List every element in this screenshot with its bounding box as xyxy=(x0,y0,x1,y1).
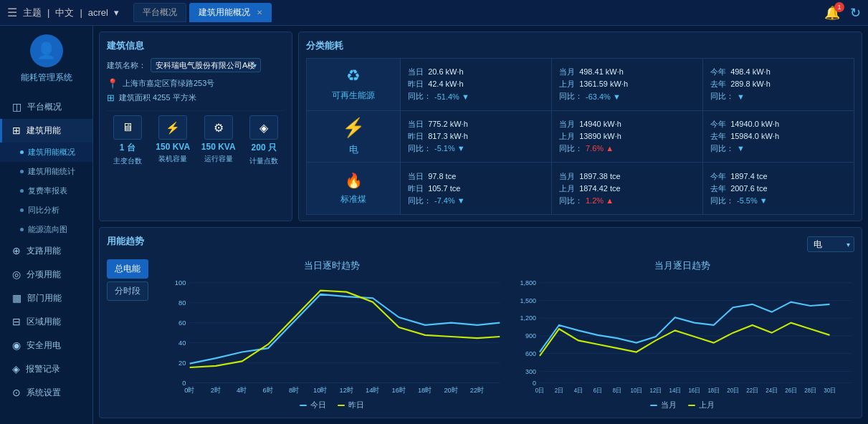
building-info-panel: 建筑信息 建筑名称： 安科瑞电气股份有限公司A楼 📍 上海市嘉定区育绿路253号 xyxy=(99,32,292,221)
btn-period[interactable]: 分时段 xyxy=(107,281,148,301)
sub-icon: ◎ xyxy=(12,269,21,280)
transformer-icon: 🖥 xyxy=(113,115,142,140)
tab-platform[interactable]: 平台概况 xyxy=(133,3,186,22)
run-cap-value: 150 KVA xyxy=(201,142,236,152)
c-year-label: 今年 1897.4 tce xyxy=(710,171,846,182)
tab-building-energy[interactable]: 建筑用能概况 ✕ xyxy=(189,3,272,22)
trend-buttons: 总电能 分时段 xyxy=(107,259,148,410)
refresh-icon[interactable]: ↻ xyxy=(850,5,861,21)
lang-label[interactable]: 中文 xyxy=(55,6,74,19)
alarm-icon: ◈ xyxy=(12,363,20,375)
content-area: 建筑信息 建筑名称： 安科瑞电气股份有限公司A楼 📍 上海市嘉定区育绿路253号 xyxy=(93,26,868,424)
building-icon: ⊞ xyxy=(12,125,21,136)
trend-type-select[interactable]: 电 水 气 标准煤 xyxy=(807,236,854,252)
legend-dot-yest xyxy=(338,405,345,406)
trend-content: 总电能 分时段 当日逐时趋势 xyxy=(107,259,854,410)
legend-today: 今日 xyxy=(300,400,326,410)
meter-desc: 计量点数 xyxy=(249,156,278,166)
sidebar-sub-report[interactable]: 复费率报表 xyxy=(0,181,92,201)
sidebar-sub-comparison[interactable]: 同比分析 xyxy=(0,201,92,220)
sidebar-sub-building-stats[interactable]: 建筑用能统计 xyxy=(0,162,92,181)
svg-text:2时: 2时 xyxy=(211,386,221,394)
svg-text:40: 40 xyxy=(178,339,186,347)
c-yest-label: 昨日 105.7 tce xyxy=(408,183,544,194)
svg-text:80: 80 xyxy=(178,299,186,307)
renewable-year-cell: 今年 498.4 kW·h 去年 289.8 kW·h 同比： ▼ xyxy=(703,59,854,110)
hamburger-icon[interactable]: ☰ xyxy=(7,6,17,19)
monthly-chart-svg: 1,800 1,500 1,200 900 600 300 0 0日 2日 4 xyxy=(511,275,855,398)
legend-yesterday: 昨日 xyxy=(338,400,364,410)
legend-dot-today xyxy=(300,405,307,406)
r-year-compare: 同比： ▼ xyxy=(710,91,846,102)
monthly-chart-area: 1,800 1,500 1,200 900 600 300 0 0日 2日 4 xyxy=(511,275,855,398)
elec-today-cell: 当日 775.2 kW·h 昨日 817.3 kW·h 同比： -5.1% ▼ xyxy=(401,111,551,163)
legend-dot-cur xyxy=(650,405,657,406)
sidebar-item-dept[interactable]: ▦ 部门用能 xyxy=(0,286,92,310)
compare-label: 同比： xyxy=(710,91,734,102)
user-caret: ▾ xyxy=(114,7,119,18)
tab-close-icon[interactable]: ✕ xyxy=(257,9,262,16)
sidebar-sub-energy-flow[interactable]: 能源流向图 xyxy=(0,220,92,239)
svg-text:600: 600 xyxy=(525,350,535,357)
stat-transformer: 🖥 1 台 主变台数 xyxy=(107,115,148,166)
c-year-compare: 同比： -5.5% ▼ xyxy=(710,196,846,206)
c-today-label: 当日 97.8 tce xyxy=(408,171,544,182)
svg-text:300: 300 xyxy=(525,367,535,375)
building-panel-title: 建筑信息 xyxy=(107,39,285,52)
sub-dot xyxy=(20,228,24,231)
sub-dot xyxy=(20,170,24,173)
top-bar: ☰ 主题 | 中文 | acrel ▾ 平台概况 建筑用能概况 ✕ 🔔 1 ↻ xyxy=(0,0,868,26)
daily-legend: 今日 昨日 xyxy=(160,400,504,410)
compare-label: 同比： xyxy=(408,143,431,154)
notification-icon[interactable]: 🔔 1 xyxy=(824,5,840,21)
stat-meter: ◈ 200 只 计量点数 xyxy=(244,115,285,166)
sidebar-item-branch[interactable]: ⊕ 支路用能 xyxy=(0,239,92,263)
svg-text:16时: 16时 xyxy=(391,386,406,394)
monthly-chart: 当月逐日趋势 xyxy=(511,259,855,410)
btn-total-energy[interactable]: 总电能 xyxy=(107,259,148,279)
sidebar-item-alarm[interactable]: ◈ 报警记录 xyxy=(0,357,92,381)
sidebar-item-platform[interactable]: ◫ 平台概况 xyxy=(0,95,92,119)
coal-month-cell: 当月 1897.38 tce 上月 1874.42 tce 同比： 1.2% ▲ xyxy=(552,163,702,214)
r-today-compare: 同比： -51.4% ▼ xyxy=(408,91,544,102)
legend-label-cur: 当月 xyxy=(661,400,677,410)
theme-label: 主题 xyxy=(23,6,42,19)
sidebar-nav: ◫ 平台概况 ⊞ 建筑用能 建筑用能概况 建筑用能统计 复费率报表 同比分析 xyxy=(0,95,92,405)
svg-text:900: 900 xyxy=(525,332,535,339)
svg-text:12时: 12时 xyxy=(339,386,353,394)
sidebar-item-sub[interactable]: ◎ 分项用能 xyxy=(0,263,92,286)
energy-grid: ♻ 可再生能源 当日 20.6 kW·h 昨日 42.4 kW·h 同比： -5… xyxy=(306,58,854,215)
sidebar-sub-building-overview[interactable]: 建筑用能概况 xyxy=(0,143,92,162)
top-row: 建筑信息 建筑名称： 安科瑞电气股份有限公司A楼 📍 上海市嘉定区育绿路253号 xyxy=(99,32,862,221)
building-select[interactable]: 安科瑞电气股份有限公司A楼 xyxy=(151,58,261,72)
daily-chart-title: 当日逐时趋势 xyxy=(160,259,504,272)
user-label: | xyxy=(80,7,82,18)
sidebar-item-settings[interactable]: ⊙ 系统设置 xyxy=(0,381,92,405)
compare-label: 同比： xyxy=(408,196,431,206)
monthly-legend: 当月 上月 xyxy=(511,400,855,410)
lang-label: | xyxy=(47,7,49,18)
svg-text:6时: 6时 xyxy=(263,386,274,394)
compare-label: 同比： xyxy=(559,196,583,206)
c-today-compare: 同比： -7.4% ▼ xyxy=(408,196,544,206)
building-name-label: 建筑名称： xyxy=(107,60,146,71)
sub-dot xyxy=(20,150,24,154)
branch-icon: ⊕ xyxy=(12,245,21,256)
e-lmonth-label: 上月 13890 kW·h xyxy=(559,131,695,142)
sidebar-item-safety[interactable]: ◉ 安全用电 xyxy=(0,334,92,357)
trend-type-select-wrapper: 电 水 气 标准煤 xyxy=(807,236,854,252)
sidebar-item-building[interactable]: ⊞ 建筑用能 xyxy=(0,119,92,143)
e-today-label: 当日 775.2 kW·h xyxy=(408,119,544,130)
type-cell-elec: ⚡ 电 xyxy=(307,111,400,163)
transformer-value: 1 台 xyxy=(120,142,135,154)
svg-text:14时: 14时 xyxy=(366,386,380,394)
svg-text:22时: 22时 xyxy=(470,386,485,394)
svg-text:20: 20 xyxy=(178,359,186,367)
sidebar-item-area[interactable]: ⊟ 区域用能 xyxy=(0,310,92,334)
e-today-compare: 同比： -5.1% ▼ xyxy=(408,143,544,154)
e-year-compare: 同比： ▼ xyxy=(710,143,846,154)
elec-label: 电 xyxy=(349,143,358,156)
platform-icon: ◫ xyxy=(12,101,22,112)
legend-label-today: 今日 xyxy=(310,400,326,410)
energy-trend-panel: 用能趋势 电 水 气 标准煤 总电能 分时段 xyxy=(99,227,862,418)
